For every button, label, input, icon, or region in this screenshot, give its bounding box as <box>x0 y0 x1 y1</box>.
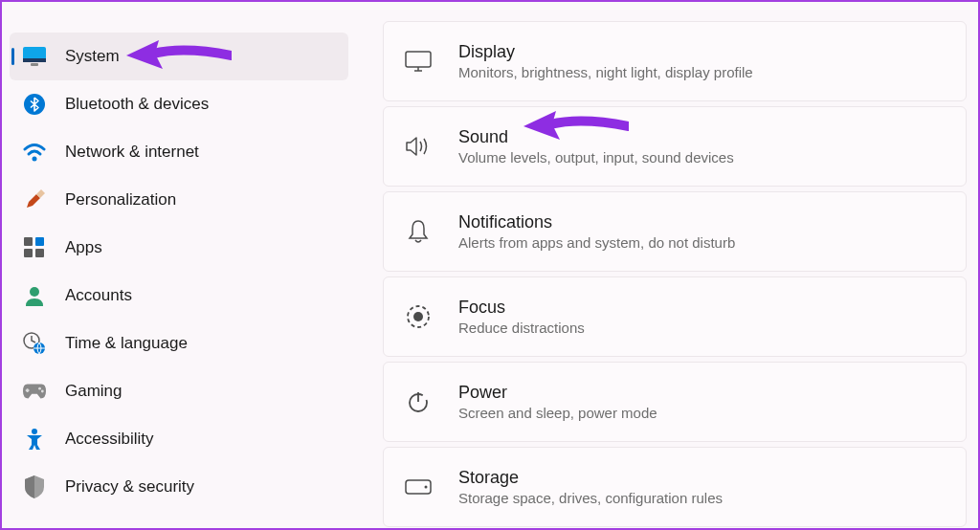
apps-icon <box>23 236 46 259</box>
card-focus[interactable]: Focus Reduce distractions <box>383 276 967 357</box>
svg-point-9 <box>30 287 39 297</box>
power-icon <box>405 388 432 415</box>
sidebar-item-label: Privacy & security <box>65 477 194 497</box>
sidebar-item-gaming[interactable]: Gaming <box>10 367 348 415</box>
svg-point-23 <box>425 486 428 489</box>
sidebar-item-label: Bluetooth & devices <box>65 95 209 114</box>
card-desc: Alerts from apps and system, do not dist… <box>458 234 948 251</box>
card-storage[interactable]: Storage Storage space, drives, configura… <box>383 447 967 527</box>
sidebar-item-time[interactable]: Time & language <box>10 320 348 367</box>
svg-point-13 <box>41 390 44 393</box>
card-notifications[interactable]: Notifications Alerts from apps and syste… <box>383 191 967 272</box>
sidebar-item-label: Accessibility <box>65 430 154 449</box>
gamepad-icon <box>23 380 46 403</box>
paintbrush-icon <box>23 188 46 211</box>
storage-icon <box>405 474 432 500</box>
sidebar-item-privacy[interactable]: Privacy & security <box>10 463 348 511</box>
svg-rect-6 <box>35 237 44 246</box>
card-title: Sound <box>458 127 948 147</box>
svg-rect-15 <box>406 52 431 67</box>
sidebar-item-accessibility[interactable]: Accessibility <box>10 415 348 463</box>
svg-point-4 <box>33 157 37 162</box>
svg-point-14 <box>32 429 37 434</box>
sidebar-item-apps[interactable]: Apps <box>10 224 348 272</box>
svg-point-12 <box>38 387 41 390</box>
speaker-icon <box>405 133 432 160</box>
card-desc: Volume levels, output, input, sound devi… <box>458 149 948 166</box>
card-display[interactable]: Display Monitors, brightness, night ligh… <box>383 21 967 101</box>
sidebar-item-label: Time & language <box>65 334 188 353</box>
card-title: Storage <box>458 468 948 488</box>
card-title: Notifications <box>458 212 948 232</box>
card-sound[interactable]: Sound Volume levels, output, input, soun… <box>383 106 967 187</box>
sidebar-item-accounts[interactable]: Accounts <box>10 272 348 320</box>
sidebar-item-label: Apps <box>65 238 102 257</box>
system-icon <box>23 45 46 68</box>
card-desc: Screen and sleep, power mode <box>458 405 948 421</box>
svg-rect-2 <box>31 63 38 66</box>
settings-sidebar: System Bluetooth & devices Network & int… <box>2 2 356 528</box>
shield-icon <box>23 475 46 498</box>
svg-rect-7 <box>24 249 33 257</box>
sidebar-item-label: Accounts <box>65 286 132 305</box>
card-desc: Storage space, drives, configuration rul… <box>458 490 948 506</box>
bluetooth-icon <box>23 93 46 116</box>
sidebar-item-network[interactable]: Network & internet <box>10 128 348 176</box>
sidebar-item-label: System <box>65 47 120 66</box>
settings-main: Display Monitors, brightness, night ligh… <box>356 2 978 528</box>
card-title: Focus <box>458 298 948 318</box>
sidebar-item-label: Network & internet <box>65 143 199 162</box>
sidebar-item-label: Gaming <box>65 382 122 401</box>
sidebar-item-system[interactable]: System <box>10 33 348 80</box>
focus-icon <box>405 303 432 330</box>
sidebar-item-personalization[interactable]: Personalization <box>10 176 348 224</box>
sidebar-item-label: Personalization <box>65 190 176 210</box>
card-title: Power <box>458 383 948 403</box>
svg-rect-8 <box>35 249 44 257</box>
bell-icon <box>405 218 432 245</box>
svg-rect-5 <box>24 237 33 246</box>
card-title: Display <box>458 42 948 62</box>
clock-globe-icon <box>23 332 46 355</box>
wifi-icon <box>23 141 46 164</box>
card-power[interactable]: Power Screen and sleep, power mode <box>383 362 967 442</box>
sidebar-item-bluetooth[interactable]: Bluetooth & devices <box>10 80 348 128</box>
monitor-icon <box>405 48 432 75</box>
accessibility-icon <box>23 428 46 451</box>
card-desc: Monitors, brightness, night light, displ… <box>458 64 948 80</box>
svg-rect-1 <box>23 58 46 62</box>
svg-point-19 <box>413 312 423 321</box>
person-icon <box>23 284 46 307</box>
card-desc: Reduce distractions <box>458 320 948 336</box>
